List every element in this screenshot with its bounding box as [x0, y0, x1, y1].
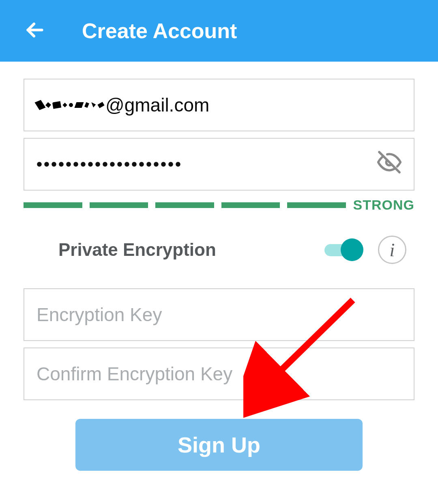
strength-segment	[90, 202, 148, 208]
private-encryption-row: Private Encryption i	[24, 236, 414, 264]
info-glyph: i	[390, 239, 395, 261]
private-encryption-label: Private Encryption	[58, 240, 324, 260]
app-header: Create Account	[0, 0, 438, 62]
sign-up-button[interactable]: Sign Up	[75, 419, 363, 471]
email-field[interactable]: @gmail.com	[24, 79, 414, 131]
eye-off-icon[interactable]	[377, 150, 402, 179]
back-arrow-icon[interactable]	[24, 19, 45, 42]
encryption-key-field[interactable]	[24, 288, 414, 341]
info-icon[interactable]: i	[378, 236, 406, 264]
email-domain: @gmail.com	[105, 94, 209, 116]
strength-segment	[155, 202, 214, 208]
confirm-encryption-key-field[interactable]	[24, 347, 414, 400]
page-title: Create Account	[82, 19, 237, 43]
password-mask: ••••••••••••••••••••	[36, 155, 182, 174]
password-strength-meter: STRONG	[24, 197, 414, 213]
strength-segment	[287, 202, 346, 208]
password-field[interactable]: ••••••••••••••••••••	[24, 138, 414, 191]
form-content: @gmail.com •••••••••••••••••••• STRONG P…	[0, 62, 438, 471]
toggle-knob	[341, 238, 363, 261]
private-encryption-toggle[interactable]	[324, 242, 362, 258]
email-value: @gmail.com	[36, 94, 209, 116]
strength-segment	[221, 202, 280, 208]
strength-label: STRONG	[353, 197, 414, 213]
strength-segment	[24, 202, 82, 208]
email-redacted-local-part	[36, 101, 104, 109]
